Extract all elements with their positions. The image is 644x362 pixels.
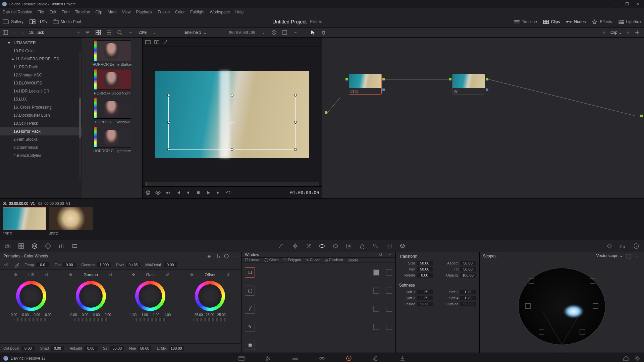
- more-icon[interactable]: ⋯: [128, 30, 133, 35]
- node-in-connector[interactable]: [449, 78, 451, 80]
- reset-icon[interactable]: ↺: [44, 272, 49, 278]
- loop-icon[interactable]: [226, 190, 231, 195]
- lut-item[interactable]: HORROR Be...e Stalker: [85, 40, 140, 66]
- graph-output-connector[interactable]: [640, 115, 643, 117]
- search-icon[interactable]: [117, 30, 122, 35]
- temp-value[interactable]: 0.0: [36, 262, 49, 267]
- folder-item[interactable]: 4.Bleach.Styles: [0, 152, 82, 160]
- viewer-canvas[interactable]: [143, 47, 322, 182]
- luts-button[interactable]: LUTs: [30, 19, 47, 24]
- power-window-center-icon[interactable]: [230, 121, 234, 124]
- tint-value[interactable]: 0.00: [63, 262, 76, 267]
- menu-item[interactable]: File: [38, 10, 44, 14]
- scope-type-dropdown[interactable]: Vectorscope ⌄: [596, 253, 623, 259]
- color-wheels-icon[interactable]: [31, 242, 38, 250]
- info-icon[interactable]: [633, 242, 640, 250]
- zoom-level[interactable]: 23%: [139, 30, 147, 35]
- node-out-connector[interactable]: [382, 78, 385, 80]
- window-shape-gradient[interactable]: ▦: [245, 338, 392, 352]
- fusion-page-icon[interactable]: [319, 355, 325, 362]
- speaker-icon[interactable]: [165, 190, 171, 195]
- reset-icon[interactable]: ↺: [108, 272, 113, 278]
- edit-page-icon[interactable]: [292, 355, 299, 362]
- reset-icon[interactable]: ↺: [225, 272, 231, 278]
- mid-value[interactable]: 0.00: [164, 262, 177, 267]
- node-graph[interactable]: 01 ◻ 02: [322, 38, 644, 198]
- hdr-wheels-icon[interactable]: [44, 242, 52, 250]
- window-icon[interactable]: [318, 242, 326, 250]
- gain-wheel[interactable]: [135, 281, 165, 311]
- shape-tab-curve[interactable]: ∿ Curve: [306, 258, 320, 262]
- menu-item[interactable]: Mark: [108, 10, 117, 14]
- curves-icon[interactable]: [278, 242, 285, 250]
- node-02[interactable]: 02: [452, 74, 485, 95]
- hand-icon[interactable]: [321, 30, 326, 35]
- menu-item[interactable]: Trim: [62, 10, 70, 14]
- aperture-icon[interactable]: [145, 190, 151, 195]
- folder-root[interactable]: ▾ LUTMASTER: [0, 39, 82, 47]
- media-page-icon[interactable]: [238, 355, 245, 362]
- power-window-rect[interactable]: [168, 95, 296, 150]
- next-clip-icon[interactable]: [216, 190, 221, 195]
- more-icon[interactable]: ⋯: [635, 253, 640, 259]
- window-shape-polygon[interactable]: ╱: [245, 302, 392, 315]
- more-icon[interactable]: ⋯: [387, 252, 392, 257]
- 3d-icon[interactable]: [399, 242, 406, 250]
- folder-item[interactable]: 16. Cross Processing: [0, 103, 82, 111]
- auto-balance-icon[interactable]: Ⓐ: [3, 262, 9, 267]
- folder-item-selected[interactable]: 19.Horror Pack: [0, 127, 82, 135]
- folder-item[interactable]: 10.FX.Color: [0, 47, 82, 55]
- shape-tab-linear[interactable]: ☐ Linear: [245, 258, 260, 262]
- eye-icon[interactable]: [155, 190, 161, 195]
- maximize-button[interactable]: ☐: [625, 2, 629, 6]
- minimize-button[interactable]: —: [614, 2, 619, 6]
- menu-item[interactable]: Fusion: [158, 10, 170, 14]
- expand-icon[interactable]: [282, 30, 287, 35]
- play-icon[interactable]: [206, 190, 211, 195]
- menu-item[interactable]: Edit: [49, 10, 56, 14]
- clip-dropdown[interactable]: Clip ⌄: [610, 30, 622, 35]
- pointer-icon[interactable]: [310, 30, 316, 35]
- pan-value[interactable]: 50.00: [417, 267, 433, 272]
- aspect-value[interactable]: 50.00: [460, 261, 476, 265]
- soft4-value[interactable]: 1.25: [460, 296, 476, 300]
- sidebar-toggle-icon[interactable]: [3, 30, 8, 35]
- reset-icon[interactable]: ↺: [378, 252, 383, 257]
- cut-page-icon[interactable]: [265, 355, 272, 362]
- lut-item[interactable]: HORROR C...ightmare: [85, 127, 140, 153]
- sort-icon[interactable]: [85, 30, 90, 35]
- node-alpha-connector[interactable]: [486, 88, 488, 91]
- gamma-jog[interactable]: [74, 318, 108, 321]
- delete-button[interactable]: Delete: [347, 258, 358, 262]
- folder-item[interactable]: 13.BLOWOUTS: [0, 79, 82, 87]
- timeline-button[interactable]: Timeline: [514, 19, 537, 24]
- folder-item[interactable]: 15.LUX: [0, 95, 82, 103]
- clip-thumbnail[interactable]: [49, 207, 93, 230]
- nav-fwd-icon[interactable]: ›: [20, 30, 25, 35]
- playhead-timecode[interactable]: 01:00:00:00: [290, 190, 319, 195]
- camera-raw-icon[interactable]: [4, 242, 11, 250]
- menu-item[interactable]: View: [122, 10, 131, 14]
- folder-item[interactable]: 17.Blockbuster Lush: [0, 111, 82, 119]
- menu-item[interactable]: Fairlight: [190, 10, 205, 14]
- folder-item[interactable]: ▸ 11.CAMERA.PROFILES: [0, 55, 82, 63]
- deliver-page-icon[interactable]: [399, 355, 406, 362]
- shape-tab-polygon[interactable]: ⬠ Polygon: [283, 258, 301, 262]
- picker-icon[interactable]: ✥: [189, 272, 195, 278]
- color-match-icon[interactable]: [17, 242, 25, 250]
- reset-icon[interactable]: ↺: [165, 272, 170, 278]
- chevron-down-icon[interactable]: ⌄: [261, 30, 266, 35]
- menu-item[interactable]: DaVinci Resolve: [3, 10, 32, 14]
- expand-icon[interactable]: [626, 253, 632, 259]
- bypass-icon[interactable]: [271, 30, 277, 35]
- key-icon[interactable]: [372, 242, 379, 250]
- clip-thumbnail[interactable]: [3, 207, 46, 230]
- viewer-split-icon[interactable]: [154, 40, 159, 45]
- clips-button[interactable]: Clips: [543, 19, 560, 24]
- shape-tab-gradient[interactable]: ▤ Gradient: [324, 258, 343, 262]
- nodes-button[interactable]: Nodes: [566, 19, 586, 24]
- folder-item[interactable]: 14.HDR.Looks.HDR: [0, 87, 82, 95]
- chevron-down-icon[interactable]: ⌄: [152, 30, 157, 35]
- lut-item[interactable]: HORROR Blood Night: [85, 69, 140, 95]
- offset-jog[interactable]: [193, 318, 227, 321]
